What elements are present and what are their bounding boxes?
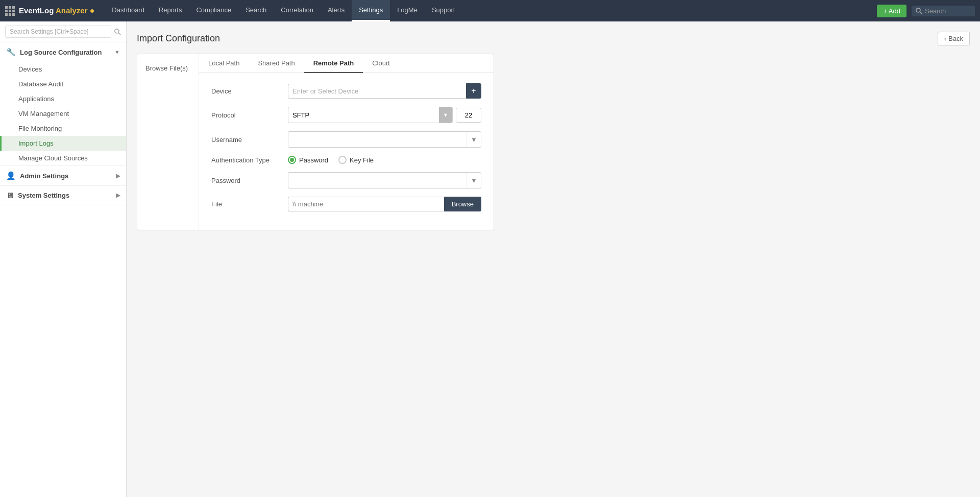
radio-password-circle [288, 156, 296, 164]
sidebar-section-system-header[interactable]: 🖥 System Settings ▶ [0, 186, 126, 205]
password-input[interactable] [288, 174, 467, 187]
password-row: Password ▼ [211, 172, 481, 188]
wrench-icon: 🔧 [6, 48, 16, 57]
port-input[interactable]: 22 [456, 108, 481, 123]
device-input-group: + [288, 83, 481, 99]
sidebar-search-area [0, 21, 126, 42]
add-device-button[interactable]: + [466, 83, 481, 99]
form-card-right: Local Path Shared Path Remote Path Cloud… [199, 54, 494, 230]
protocol-select-wrap: SFTP FTP SCP ▼ [288, 107, 453, 123]
sidebar-item-database-audit[interactable]: Database Audit [0, 77, 126, 91]
radio-keyfile-label: Key File [350, 156, 374, 164]
sidebar-item-applications[interactable]: Applications [0, 91, 126, 106]
browse-button[interactable]: Browse [444, 197, 481, 211]
grid-icon [5, 6, 15, 16]
svg-line-1 [920, 12, 922, 14]
nav-reports[interactable]: Reports [152, 0, 189, 21]
sidebar-section-system-label: System Settings [18, 192, 69, 199]
auth-type-label: Authentication Type [211, 156, 283, 164]
sidebar-section-admin: 👤 Admin Settings ▶ [0, 166, 126, 186]
device-label: Device [211, 87, 283, 95]
auth-type-row: Authentication Type Password Key File [211, 156, 481, 164]
sidebar-search-input[interactable] [5, 26, 111, 38]
password-dropdown-icon[interactable]: ▼ [467, 173, 481, 188]
tab-local-path[interactable]: Local Path [199, 54, 249, 73]
page-title: Import Configuration [137, 33, 220, 44]
radio-password[interactable]: Password [288, 156, 328, 164]
protocol-row: Protocol SFTP FTP SCP ▼ 22 [211, 107, 481, 123]
browse-files-label: Browse File(s) [137, 54, 199, 230]
protocol-label: Protocol [211, 111, 283, 119]
top-search-input[interactable] [925, 7, 971, 15]
sidebar-item-import-logs[interactable]: Import Logs [0, 136, 126, 151]
sidebar-item-devices[interactable]: Devices [0, 62, 126, 77]
app-name: EventLog Analyzer ● [19, 6, 94, 15]
auth-type-group: Password Key File [288, 156, 374, 164]
sidebar-section-admin-header[interactable]: 👤 Admin Settings ▶ [0, 166, 126, 185]
svg-point-0 [916, 8, 920, 12]
navbar-right: + Add [877, 5, 975, 17]
file-label: File [211, 200, 283, 208]
form-body: Device + Protocol SFTP [199, 73, 494, 230]
sidebar-section-system: 🖥 System Settings ▶ [0, 186, 126, 205]
nav-search[interactable]: Search [238, 0, 274, 21]
nav-dashboard[interactable]: Dashboard [105, 0, 152, 21]
nav-logme[interactable]: LogMe [390, 0, 425, 21]
device-row: Device + [211, 83, 481, 99]
back-button[interactable]: ‹ Back [938, 32, 970, 45]
sidebar-section-admin-label: Admin Settings [20, 172, 68, 180]
system-icon: 🖥 [6, 191, 14, 200]
admin-icon: 👤 [6, 171, 16, 180]
main-content: Import Configuration ‹ Back Browse File(… [127, 21, 980, 497]
sidebar-item-vm-management[interactable]: VM Management [0, 106, 126, 121]
navbar: EventLog Analyzer ● Dashboard Reports Co… [0, 0, 980, 21]
chevron-down-icon: ▼ [114, 49, 120, 55]
sidebar-section-log-source-header[interactable]: 🔧 Log Source Configuration ▼ [0, 42, 126, 62]
nav-settings[interactable]: Settings [352, 0, 390, 21]
password-label: Password [211, 177, 283, 184]
file-row: File Browse [211, 197, 481, 211]
nav-alerts[interactable]: Alerts [321, 0, 352, 21]
main-layout: 🔧 Log Source Configuration ▼ Devices Dat… [0, 21, 980, 497]
sidebar-search-icon [114, 29, 121, 35]
device-input[interactable] [288, 84, 466, 99]
file-group: Browse [288, 197, 481, 211]
sidebar-section-log-source: 🔧 Log Source Configuration ▼ Devices Dat… [0, 42, 126, 166]
chevron-right-icon-2: ▶ [116, 192, 120, 199]
sidebar-item-manage-cloud-sources[interactable]: Manage Cloud Sources [0, 151, 126, 165]
username-input[interactable] [288, 133, 467, 147]
add-button[interactable]: + Add [877, 5, 906, 17]
username-dropdown-icon[interactable]: ▼ [467, 132, 481, 147]
file-input[interactable] [288, 197, 444, 211]
sidebar-section-log-source-label: Log Source Configuration [20, 49, 102, 56]
sidebar-section-log-source-items: Devices Database Audit Applications VM M… [0, 62, 126, 165]
back-icon: ‹ [944, 35, 946, 42]
path-tabs: Local Path Shared Path Remote Path Cloud [199, 54, 494, 73]
top-search-bar [912, 6, 975, 16]
nav-compliance[interactable]: Compliance [189, 0, 238, 21]
username-label: Username [211, 136, 283, 144]
page-header: Import Configuration ‹ Back [137, 32, 970, 45]
tab-shared-path[interactable]: Shared Path [249, 54, 304, 73]
svg-point-2 [115, 29, 119, 33]
password-group: ▼ [288, 172, 481, 188]
tab-remote-path[interactable]: Remote Path [304, 54, 363, 73]
radio-keyfile[interactable]: Key File [338, 156, 374, 164]
radio-keyfile-circle [338, 156, 347, 164]
nav-support[interactable]: Support [425, 0, 462, 21]
radio-password-label: Password [299, 156, 328, 164]
username-row: Username ▼ [211, 131, 481, 148]
protocol-select[interactable]: SFTP FTP SCP [288, 108, 439, 122]
username-group: ▼ [288, 131, 481, 148]
app-brand: EventLog Analyzer ● [5, 6, 94, 16]
nav-correlation[interactable]: Correlation [274, 0, 321, 21]
tab-cloud[interactable]: Cloud [363, 54, 399, 73]
chevron-right-icon: ▶ [116, 173, 120, 179]
sidebar-item-file-monitoring[interactable]: File Monitoring [0, 121, 126, 136]
svg-line-3 [118, 33, 120, 35]
form-card: Browse File(s) Local Path Shared Path Re… [137, 54, 494, 230]
nav-links: Dashboard Reports Compliance Search Corr… [105, 0, 877, 21]
protocol-group: SFTP FTP SCP ▼ 22 [288, 107, 481, 123]
search-icon [916, 8, 922, 14]
dropdown-arrow-icon[interactable]: ▼ [439, 107, 452, 123]
